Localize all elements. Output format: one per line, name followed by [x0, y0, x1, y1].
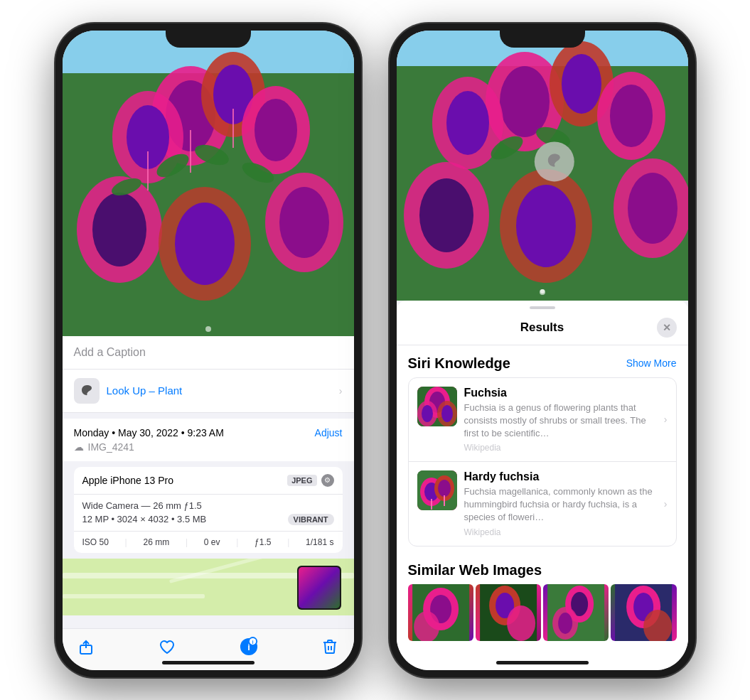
share-icon — [77, 638, 95, 655]
favorite-button[interactable] — [158, 637, 176, 656]
svg-point-62 — [422, 405, 433, 422]
fuchsia-chevron: › — [664, 414, 668, 425]
caption-placeholder: Add a Caption — [74, 346, 146, 358]
photo-date: Monday • May 30, 2022 • 9:23 AM — [74, 427, 224, 438]
photo-dot-indicator — [540, 289, 545, 294]
web-image-1[interactable] — [408, 584, 473, 641]
flower-image-left — [63, 31, 354, 336]
device-name: Apple iPhone 13 Pro — [82, 475, 173, 486]
results-content: Siri Knowledge Show More — [397, 345, 688, 670]
home-indicator-right — [496, 661, 589, 664]
svg-rect-26 — [63, 594, 205, 598]
lookup-chevron: › — [339, 385, 343, 397]
adjust-button[interactable]: Adjust — [315, 427, 343, 438]
visual-lookup-icon — [74, 378, 100, 404]
hardy-fuchsia-chevron: › — [664, 498, 668, 510]
exif-ev: 0 ev — [204, 537, 220, 547]
info-icon: i i — [240, 637, 258, 657]
hardy-fuchsia-info: Hardy fuchsia Fuchsia magellanica, commo… — [464, 470, 657, 537]
wide-camera-spec: Wide Camera — 26 mm ƒ1.5 — [82, 500, 334, 511]
results-sheet: Results ✕ Siri Knowledge Show More — [397, 301, 688, 670]
heart-icon — [159, 638, 176, 655]
hardy-fuchsia-image — [417, 470, 457, 510]
web-images-header: Similar Web Images — [397, 552, 688, 584]
svg-point-42 — [500, 66, 550, 137]
lookup-row[interactable]: Look Up – Plant › — [63, 370, 354, 413]
fuchsia-info: Fuchsia Fuchsia is a genus of flowering … — [464, 387, 657, 453]
web-image-4[interactable] — [611, 584, 676, 641]
device-badges: JPEG ⚙ — [287, 474, 333, 487]
device-row: Apple iPhone 13 Pro JPEG ⚙ — [74, 467, 343, 495]
settings-icon: ⚙ — [321, 474, 334, 487]
leaf-lookup-icon — [544, 151, 564, 171]
web-image-2[interactable] — [476, 584, 541, 641]
svg-point-9 — [255, 99, 297, 161]
hardy-fuchsia-title: Hardy fuchsia — [464, 470, 657, 483]
vibrant-badge: VIBRANT — [288, 514, 334, 525]
hardy-fuchsia-desc: Fuchsia magellanica, commonly known as t… — [464, 485, 657, 524]
results-title: Results — [428, 321, 657, 335]
svg-point-54 — [628, 173, 677, 244]
fuchsia-image — [417, 387, 457, 426]
web-image-3[interactable] — [543, 584, 609, 641]
right-phone: Results ✕ Siri Knowledge Show More — [390, 23, 695, 677]
fuchsia-source: Wikipedia — [464, 443, 657, 453]
web-image-1-content — [408, 584, 473, 641]
leaf-icon — [80, 384, 94, 398]
share-button[interactable] — [77, 637, 95, 656]
web-image-2-content — [476, 584, 541, 641]
device-section: Apple iPhone 13 Pro JPEG ⚙ Wide Camera —… — [74, 467, 343, 553]
siri-knowledge-title: Siri Knowledge — [408, 355, 510, 372]
close-button[interactable]: ✕ — [657, 318, 677, 338]
resolution-text: 12 MP • 3024 × 4032 • 3.5 MB — [82, 514, 207, 524]
hardy-fuchsia-thumbnail — [417, 470, 457, 510]
cloud-icon: ☁ — [74, 441, 84, 453]
siri-knowledge-header: Siri Knowledge Show More — [397, 345, 688, 377]
svg-point-75 — [414, 611, 439, 641]
svg-point-79 — [507, 605, 535, 641]
delete-button[interactable] — [321, 637, 339, 656]
svg-point-48 — [610, 85, 653, 147]
exif-aperture: ƒ1.5 — [255, 537, 271, 547]
flower-illustration — [63, 31, 354, 336]
siri-knowledge-card: Fuchsia Fuchsia is a genus of flowering … — [408, 377, 677, 546]
lookup-label: Look Up – Plant — [107, 384, 183, 397]
camera-specs: Wide Camera — 26 mm ƒ1.5 12 MP • 3024 × … — [74, 495, 343, 532]
info-button[interactable]: i i — [240, 637, 258, 656]
map-illustration — [63, 559, 354, 615]
fuchsia-thumbnail — [417, 387, 457, 426]
exif-iso: ISO 50 — [82, 537, 109, 547]
svg-point-84 — [558, 613, 572, 634]
fuchsia-desc: Fuchsia is a genus of flowering plants t… — [464, 402, 657, 441]
web-image-3-content — [543, 584, 609, 641]
date-row: Monday • May 30, 2022 • 9:23 AM Adjust — [74, 427, 343, 438]
format-badge: JPEG — [287, 475, 316, 486]
map-area[interactable] — [63, 559, 354, 615]
svg-point-50 — [419, 178, 473, 252]
filename-row: ☁ IMG_4241 — [74, 441, 343, 453]
svg-point-44 — [562, 54, 601, 114]
photo-area-right[interactable] — [397, 31, 688, 301]
svg-point-46 — [446, 91, 489, 155]
svg-point-13 — [175, 203, 235, 285]
results-header: Results ✕ — [397, 312, 688, 345]
svg-point-15 — [279, 187, 329, 258]
trash-icon — [321, 638, 338, 655]
knowledge-item-fuchsia[interactable]: Fuchsia Fuchsia is a genus of flowering … — [409, 378, 676, 463]
caption-area[interactable]: Add a Caption — [63, 336, 354, 370]
svg-point-52 — [516, 185, 576, 267]
resolution-row: 12 MP • 3024 × 4032 • 3.5 MB VIBRANT — [82, 514, 334, 525]
knowledge-item-hardy-fuchsia[interactable]: Hardy fuchsia Fuchsia magellanica, commo… — [409, 462, 676, 546]
visual-lookup-button[interactable] — [534, 141, 574, 181]
svg-text:i: i — [252, 639, 253, 644]
fuchsia-title: Fuchsia — [464, 387, 657, 399]
hardy-fuchsia-source: Wikipedia — [464, 527, 657, 537]
exif-focal: 26 mm — [143, 537, 169, 547]
svg-point-64 — [441, 405, 453, 422]
web-images-title: Similar Web Images — [408, 562, 542, 578]
svg-rect-29 — [299, 567, 340, 608]
photo-area-left[interactable] — [63, 31, 354, 336]
show-more-button[interactable]: Show More — [626, 357, 677, 369]
exif-shutter: 1/181 s — [306, 537, 333, 547]
svg-point-23 — [205, 326, 211, 332]
